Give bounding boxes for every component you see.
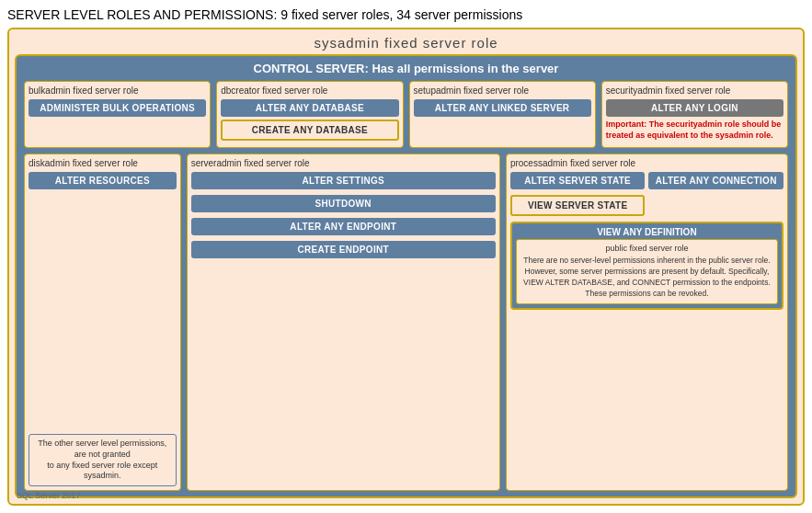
processadmin-title: processadmin fixed server role [510, 158, 783, 168]
diskadmin-title: diskadmin fixed server role [29, 158, 177, 168]
securityadmin-important: Important: The securityadmin role should… [606, 120, 783, 141]
perm-administer-bulk: ADMINISTER BULK OPERATIONS [29, 99, 206, 117]
perm-alter-resources: ALTER RESOURCES [29, 172, 177, 189]
dbcreator-role-box: dbcreator fixed server role ALTER ANY DA… [216, 81, 403, 148]
diskadmin-box: diskadmin fixed server role ALTER RESOUR… [24, 154, 181, 491]
control-server-box: CONTROL SERVER: Has all permissions in t… [15, 54, 797, 498]
perm-alter-server-state: ALTER SERVER STATE [510, 172, 646, 189]
sysadmin-label: sysadmin fixed server role [15, 35, 797, 51]
top-roles-grid: bulkadmin fixed server role ADMINISTER B… [24, 81, 788, 148]
setupadmin-role-box: setupadmin fixed server role ALTER ANY L… [409, 81, 596, 148]
page-subtitle: 9 fixed server roles, 34 server permissi… [280, 7, 522, 22]
perm-alter-any-database: ALTER ANY DATABASE [221, 99, 398, 117]
bulkadmin-title: bulkadmin fixed server role [29, 86, 206, 96]
other-perms-note: The other server level permissions, are … [29, 434, 177, 486]
bottom-section: diskadmin fixed server role ALTER RESOUR… [24, 154, 788, 491]
public-role-box: public fixed server role There are no se… [516, 239, 778, 304]
perm-alter-any-connection: ALTER ANY CONNECTION [648, 172, 783, 189]
perm-create-endpoint: CREATE ENDPOINT [191, 241, 496, 258]
bulkadmin-role-box: bulkadmin fixed server role ADMINISTER B… [24, 81, 211, 148]
processadmin-left-col: ALTER SERVER STATE VIEW SERVER STATE [510, 172, 646, 219]
control-server-label: CONTROL SERVER: Has all permissions in t… [24, 62, 788, 75]
perm-alter-any-login: ALTER ANY LOGIN [606, 99, 783, 117]
serveradmin-box: serveradmin fixed server role ALTER SETT… [187, 154, 500, 491]
page-title: SERVER LEVEL ROLES AND PERMISSIONS: 9 fi… [7, 7, 805, 22]
processadmin-cols: ALTER SERVER STATE VIEW SERVER STATE ALT… [510, 172, 783, 219]
perm-shutdown: SHUTDOWN [191, 195, 496, 212]
securityadmin-role-box: securityadmin fixed server role ALTER AN… [601, 81, 788, 148]
public-role-title: public fixed server role [520, 244, 773, 253]
outer-container: sysadmin fixed server role CONTROL SERVE… [7, 28, 805, 506]
setupadmin-title: setupadmin fixed server role [414, 86, 591, 96]
perm-view-server-state: VIEW SERVER STATE [510, 195, 646, 216]
serveradmin-perms: ALTER SETTINGS SHUTDOWN ALTER ANY ENDPOI… [191, 172, 496, 486]
view-any-header: VIEW ANY DEFINITION [516, 227, 778, 237]
perm-alter-settings: ALTER SETTINGS [191, 172, 496, 189]
sql-version: SQL Server 2017 [17, 491, 80, 500]
perm-alter-any-linked-server: ALTER ANY LINKED SERVER [414, 99, 591, 117]
securityadmin-title: securityadmin fixed server role [606, 86, 783, 96]
view-any-section: VIEW ANY DEFINITION public fixed server … [510, 222, 783, 310]
serveradmin-title: serveradmin fixed server role [191, 158, 496, 168]
dbcreator-title: dbcreator fixed server role [221, 86, 398, 96]
perm-create-any-database: CREATE ANY DATABASE [221, 120, 398, 141]
perm-alter-any-endpoint: ALTER ANY ENDPOINT [191, 218, 496, 235]
public-role-text: There are no server-level permissions in… [520, 256, 773, 300]
processadmin-box: processadmin fixed server role ALTER SER… [506, 154, 788, 491]
processadmin-right-col: ALTER ANY CONNECTION [648, 172, 783, 219]
